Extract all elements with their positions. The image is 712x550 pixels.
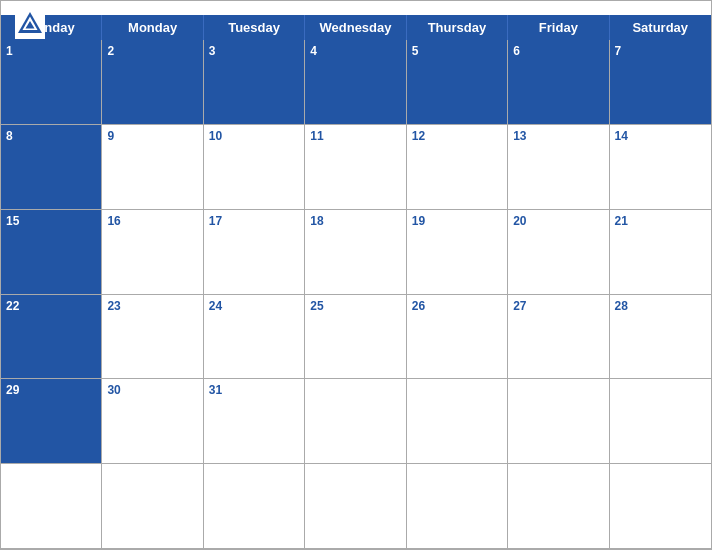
date-number: 5	[412, 44, 419, 58]
calendar-cell: 25	[305, 295, 406, 380]
date-number: 9	[107, 129, 114, 143]
date-number: 12	[412, 129, 425, 143]
calendar-cell: 19	[407, 210, 508, 295]
date-number: 13	[513, 129, 526, 143]
calendar-cell: 22	[1, 295, 102, 380]
calendar-cell: 15	[1, 210, 102, 295]
calendar: Sunday Monday Tuesday Wednesday Thursday…	[0, 0, 712, 550]
date-number: 31	[209, 383, 222, 397]
date-number: 15	[6, 214, 19, 228]
calendar-cell	[508, 379, 609, 464]
calendar-cell: 11	[305, 125, 406, 210]
calendar-cell	[102, 464, 203, 549]
calendar-cell: 30	[102, 379, 203, 464]
date-number: 16	[107, 214, 120, 228]
date-number: 4	[310, 44, 317, 58]
calendar-cell: 9	[102, 125, 203, 210]
date-number: 28	[615, 299, 628, 313]
calendar-cell: 23	[102, 295, 203, 380]
calendar-cell: 27	[508, 295, 609, 380]
calendar-cell: 26	[407, 295, 508, 380]
date-number: 26	[412, 299, 425, 313]
date-number: 25	[310, 299, 323, 313]
calendar-cell: 21	[610, 210, 711, 295]
day-header-tuesday: Tuesday	[204, 15, 305, 40]
day-header-monday: Monday	[102, 15, 203, 40]
date-number: 23	[107, 299, 120, 313]
date-number: 20	[513, 214, 526, 228]
calendar-cell: 3	[204, 40, 305, 125]
date-number: 17	[209, 214, 222, 228]
calendar-grid: 1234567891011121314151617181920212223242…	[1, 40, 711, 549]
date-number: 27	[513, 299, 526, 313]
calendar-cell: 4	[305, 40, 406, 125]
calendar-cell: 31	[204, 379, 305, 464]
calendar-cell	[508, 464, 609, 549]
calendar-cell: 14	[610, 125, 711, 210]
date-number: 8	[6, 129, 13, 143]
calendar-header	[1, 1, 711, 15]
calendar-cell: 8	[1, 125, 102, 210]
calendar-cell: 7	[610, 40, 711, 125]
calendar-cell: 6	[508, 40, 609, 125]
calendar-cell	[305, 464, 406, 549]
calendar-cell: 17	[204, 210, 305, 295]
date-number: 29	[6, 383, 19, 397]
date-number: 18	[310, 214, 323, 228]
calendar-cell: 12	[407, 125, 508, 210]
calendar-cell	[305, 379, 406, 464]
calendar-cell: 10	[204, 125, 305, 210]
date-number: 24	[209, 299, 222, 313]
day-header-saturday: Saturday	[610, 15, 711, 40]
date-number: 6	[513, 44, 520, 58]
day-header-friday: Friday	[508, 15, 609, 40]
calendar-cell	[1, 464, 102, 549]
calendar-cell: 2	[102, 40, 203, 125]
date-number: 3	[209, 44, 216, 58]
date-number: 11	[310, 129, 323, 143]
calendar-cell: 5	[407, 40, 508, 125]
date-number: 14	[615, 129, 628, 143]
calendar-cell: 18	[305, 210, 406, 295]
calendar-cell	[407, 379, 508, 464]
date-number: 1	[6, 44, 13, 58]
date-number: 30	[107, 383, 120, 397]
date-number: 2	[107, 44, 114, 58]
calendar-cell	[610, 379, 711, 464]
date-number: 10	[209, 129, 222, 143]
calendar-cell: 28	[610, 295, 711, 380]
calendar-cell: 1	[1, 40, 102, 125]
calendar-cell: 24	[204, 295, 305, 380]
calendar-cell	[610, 464, 711, 549]
day-header-thursday: Thursday	[407, 15, 508, 40]
calendar-cell	[407, 464, 508, 549]
calendar-cell: 13	[508, 125, 609, 210]
calendar-cell: 16	[102, 210, 203, 295]
calendar-cell: 20	[508, 210, 609, 295]
day-headers: Sunday Monday Tuesday Wednesday Thursday…	[1, 15, 711, 40]
date-number: 19	[412, 214, 425, 228]
calendar-cell	[204, 464, 305, 549]
logo	[15, 9, 48, 39]
date-number: 7	[615, 44, 622, 58]
calendar-cell: 29	[1, 379, 102, 464]
date-number: 22	[6, 299, 19, 313]
date-number: 21	[615, 214, 628, 228]
day-header-wednesday: Wednesday	[305, 15, 406, 40]
